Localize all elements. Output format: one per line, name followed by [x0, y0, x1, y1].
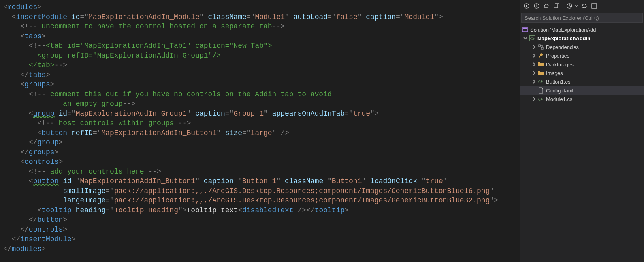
tree-label: Solution 'MapExplorationAdd — [530, 27, 596, 33]
tree-label: MapExplorationAddIn — [537, 36, 590, 41]
search-placeholder: Search Solution Explorer (Ctrl+;) — [525, 15, 599, 21]
project-node[interactable]: C# MapExplorationAddIn — [520, 34, 644, 43]
code-editor[interactable]: <modules> <insertModule id="MapExplorati… — [0, 0, 520, 262]
switch-views-icon[interactable] — [552, 2, 561, 10]
solution-toolbar — [520, 0, 644, 12]
solution-tree: Solution 'MapExplorationAdd C# MapExplor… — [520, 24, 644, 262]
collapse-all-icon[interactable] — [590, 2, 599, 10]
folder-icon — [537, 61, 544, 68]
solution-explorer: Search Solution Explorer (Ctrl+;) Soluti… — [520, 0, 644, 262]
tree-label: DarkImages — [546, 62, 574, 67]
solution-icon — [522, 26, 529, 33]
tree-label: Button1.cs — [546, 79, 570, 85]
tree-label: Dependencies — [546, 44, 579, 50]
chevron-right-icon[interactable] — [531, 44, 537, 50]
search-input[interactable]: Search Solution Explorer (Ctrl+;) — [521, 13, 643, 23]
tree-item-button1cs[interactable]: C# Button1.cs — [520, 77, 644, 86]
tree-item-configdaml[interactable]: Config.daml — [520, 86, 644, 95]
chevron-right-icon[interactable] — [531, 70, 537, 76]
sync-icon[interactable] — [580, 2, 589, 10]
dependencies-icon — [537, 43, 544, 51]
tree-item-module1cs[interactable]: C# Module1.cs — [520, 95, 644, 103]
tree-label: Config.daml — [546, 88, 573, 94]
home-icon[interactable] — [542, 2, 551, 10]
chevron-down-icon[interactable] — [575, 4, 579, 7]
file-icon — [537, 87, 544, 94]
solution-node[interactable]: Solution 'MapExplorationAdd — [520, 25, 644, 34]
svg-rect-11 — [541, 47, 543, 49]
tree-item-properties[interactable]: Properties — [520, 51, 644, 60]
folder-icon — [537, 69, 544, 77]
svg-rect-10 — [539, 45, 540, 47]
svg-text:C#: C# — [538, 97, 543, 101]
svg-point-0 — [524, 4, 529, 8]
forward-icon[interactable] — [532, 2, 541, 10]
svg-text:C#: C# — [530, 37, 535, 41]
chevron-right-icon[interactable] — [531, 52, 537, 59]
csharp-project-icon: C# — [529, 35, 536, 42]
tree-item-dependencies[interactable]: Dependencies — [520, 43, 644, 51]
tree-item-darkimages[interactable]: DarkImages — [520, 60, 644, 69]
back-icon[interactable] — [522, 2, 531, 10]
tree-label: Images — [546, 70, 563, 76]
wrench-icon — [537, 52, 544, 59]
svg-rect-7 — [523, 28, 527, 29]
csharp-file-icon: C# — [537, 95, 544, 103]
tree-item-images[interactable]: Images — [520, 69, 644, 77]
tree-label: Module1.cs — [546, 96, 572, 102]
separator — [563, 3, 563, 9]
svg-rect-6 — [522, 28, 528, 32]
chevron-right-icon[interactable] — [531, 96, 537, 102]
svg-text:C#: C# — [538, 80, 543, 84]
svg-point-1 — [534, 4, 539, 8]
chevron-right-icon[interactable] — [531, 79, 537, 85]
tree-label: Properties — [546, 53, 569, 59]
chevron-right-icon[interactable] — [531, 61, 537, 67]
pending-changes-icon[interactable] — [565, 2, 574, 10]
chevron-down-icon[interactable] — [522, 35, 529, 41]
csharp-file-icon: C# — [537, 78, 544, 85]
